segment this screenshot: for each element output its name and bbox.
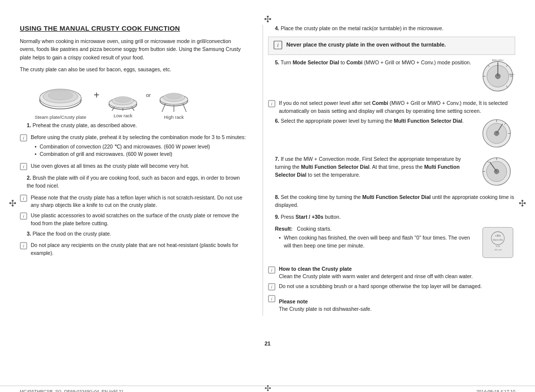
step-7-content: 7. If use the MW + Convection mode, Firs… (268, 155, 476, 179)
note-clean: i How to clean the Crusty plate Clean th… (268, 266, 515, 281)
step-9-block: 9. Press Start / +30s button. (268, 213, 515, 221)
step-9-text: 9. Press Start / +30s button. (275, 213, 515, 221)
svg-point-7 (115, 97, 131, 102)
note-recipients: i Do not place any recipients on the cru… (20, 242, 248, 257)
note-icon-teflon: i (20, 195, 28, 203)
high-rack-figure: High rack (158, 80, 190, 120)
note-icon-combi: i (268, 100, 276, 109)
svg-text:MWO: MWO (509, 73, 514, 76)
step-8-block: 8. Set the cooking time by turning the M… (268, 194, 515, 209)
svg-text:0:00: 0:00 (496, 245, 500, 247)
appliance-image-row: Steam plate/Crusty plate + (35, 80, 248, 120)
step-1-text: 1. Preheat the crusty plate, as describe… (27, 122, 248, 130)
footer-left: MC455THRCSR_SG_DE68-03349G-04_EN.indd 21 (20, 389, 124, 392)
intro-paragraph-1: Normally when cooking in microwave oven,… (20, 37, 248, 61)
svg-point-3 (48, 91, 73, 100)
note-plastic: i Use plastic accessories to avoid scrat… (20, 212, 248, 228)
left-column: USING THE MANUAL CRUSTY COOK FUNCTION No… (20, 25, 248, 316)
note-svg-clean: i (268, 266, 275, 274)
note-svg-please: i (268, 295, 275, 302)
svg-text:i: i (271, 296, 273, 301)
dial-5-svg: MWO+GRILL MWO (481, 59, 515, 94)
note-svg-combi: i (268, 100, 275, 107)
please-note-text: The Crusty plate is not dishwasher-safe. (279, 306, 372, 312)
step-5-dial: MWO+GRILL MWO (481, 59, 515, 95)
or-sign: or (146, 92, 151, 98)
high-rack-svg (158, 80, 190, 112)
result-bullets: When cooking has finished, the oven will… (275, 234, 476, 250)
section-title: USING THE MANUAL CRUSTY COOK FUNCTION (20, 25, 248, 32)
svg-text:i: i (271, 268, 273, 273)
left-compass-icon: ✣ (9, 198, 16, 209)
clean-text: Clean the Crusty plate with warm water a… (279, 273, 473, 279)
note-please: i Please note The Crusty plate is not di… (268, 294, 515, 313)
svg-text:i: i (23, 164, 25, 169)
step-1-num: 1. (27, 122, 31, 128)
top-compass-icon: ✣ (264, 14, 271, 25)
step-4-num: 4. (275, 25, 279, 31)
svg-text:i: i (23, 214, 25, 219)
page-wrapper: ✣ ✣ ✣ USING THE MANUAL CRUSTY COOK FUNCT… (0, 10, 535, 392)
result-label: Result: (275, 226, 293, 232)
warning-no-turntable: i Never place the crusty plate in the ov… (268, 37, 515, 55)
svg-text:MWO+GRILL: MWO+GRILL (492, 59, 504, 61)
combi-note-text: If you do not select power level after s… (279, 99, 515, 115)
step-7-dial (481, 155, 515, 189)
step-4-text: 4. Place the crusty plate on the metal r… (275, 25, 515, 33)
low-rack-caption: Low rack (113, 113, 132, 118)
footer: MC455THRCSR_SG_DE68-03349G-04_EN.indd 21… (0, 386, 535, 392)
result-text: Result: Cooking starts. (275, 225, 476, 233)
note-icon-gloves: i (20, 163, 28, 172)
step-7-num: 7. (275, 156, 279, 162)
step-6-text: 6. Select the appropriate power level by… (275, 117, 476, 125)
preheat-bullets: Combination of convection (220 ℃) and mi… (31, 143, 246, 159)
svg-text:+30s: +30s (495, 234, 501, 237)
note-icon-please: i (268, 295, 276, 304)
plastic-text: Use plastic accessories to avoid scratch… (31, 212, 248, 228)
step-2-block: 2. Brush the plate with oil if you are c… (20, 174, 248, 190)
steam-plate-svg (38, 80, 83, 112)
preheat-text: Before using the crusty plate, preheat i… (31, 134, 246, 140)
note-icon-plastic: i (20, 212, 28, 221)
note-svg-scrubbing: i (268, 283, 275, 291)
step-7-text: 7. If use the MW + Convection mode, Firs… (275, 155, 476, 179)
dial-7-svg (481, 155, 513, 188)
step-3-block: 3. Place the food on the crusty plate. (20, 230, 248, 238)
svg-line-16 (183, 103, 186, 112)
svg-text:i: i (277, 42, 279, 48)
step-5-block: 5. Turn Mode Selector Dial to Combi (MWO… (268, 59, 515, 95)
result-block: Result: Cooking starts. When cooking has… (268, 225, 515, 261)
svg-text:+30s start: +30s start (494, 248, 501, 250)
warning-icon: i (273, 41, 282, 51)
note-gloves: i Use oven gloves at all times as the cr… (20, 162, 248, 172)
note-svg-teflon: i (20, 195, 27, 202)
note-icon-clean: i (268, 266, 276, 275)
please-note-title: Please note (279, 298, 372, 304)
note-text-preheat: Before using the crusty plate, preheat i… (31, 134, 246, 160)
svg-text:i: i (23, 244, 25, 248)
svg-text:i: i (271, 285, 273, 290)
step-7-block: 7. If use the MW + Convection mode, Firs… (268, 155, 515, 189)
step-5-text: 5. Turn Mode Selector Dial to Combi (MWO… (275, 59, 476, 67)
note-preheat: i Before using the crusty plate, preheat… (20, 134, 248, 160)
low-rack-svg (107, 82, 139, 111)
warning-svg: i (273, 41, 282, 49)
note-icon-preheat: i (20, 134, 28, 143)
step-6-content: 6. Select the appropriate power level by… (268, 117, 476, 125)
step-6-block: 6. Select the appropriate power level by… (268, 117, 515, 150)
page-number: 21 (0, 341, 535, 346)
step-2-text: 2. Brush the plate with oil if you are c… (27, 174, 248, 190)
step-2-num: 2. (27, 175, 31, 181)
note-icon-recipients: i (20, 242, 28, 251)
step-5-content: 5. Turn Mode Selector Dial to Combi (MWO… (268, 59, 476, 67)
low-rack-figure: Low rack (107, 82, 139, 118)
step-3-num: 3. (27, 231, 31, 237)
svg-text:Start/+30s: Start/+30s (493, 238, 503, 241)
steam-plate-caption: Steam plate/Crusty plate (35, 114, 86, 120)
footer-right: 2014-08-18 4:17:10 (476, 389, 515, 392)
result-content: Result: Cooking starts. When cooking has… (268, 225, 476, 251)
note-svg-plastic: i (20, 212, 27, 220)
high-rack-caption: High rack (164, 114, 184, 120)
gloves-text: Use oven gloves at all times as the crus… (31, 162, 189, 170)
scrubbing-text: Do not use a scrubbing brush or a hard s… (279, 283, 482, 291)
